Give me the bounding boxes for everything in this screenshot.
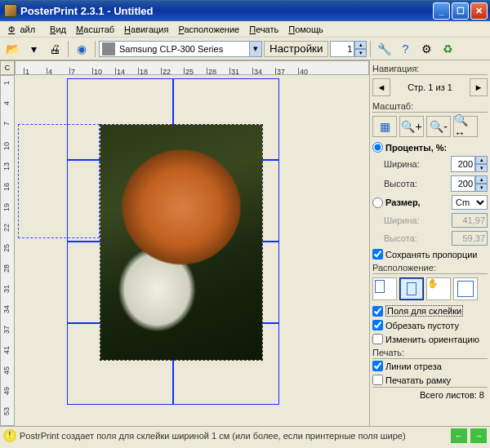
app-icon [4, 4, 17, 17]
ruler-tick: 28 [2, 264, 11, 273]
ruler-tick: 18 [138, 68, 148, 74]
close-button[interactable]: ✕ [470, 2, 488, 20]
toolbar-icon-2[interactable]: ⚙ [416, 40, 436, 58]
percent-radio[interactable] [372, 142, 383, 153]
width-input[interactable] [451, 156, 475, 172]
align-hand-button[interactable]: ✋ [426, 277, 451, 300]
chevron-down-icon[interactable]: ▾ [249, 42, 261, 56]
menu-view[interactable]: Вид [45, 23, 71, 36]
spin-down-icon[interactable]: ▾ [475, 184, 488, 192]
status-prev-button[interactable]: ← [451, 428, 467, 443]
ruler-tick: 49 [2, 387, 11, 395]
nav-panel-title: Навигация: [372, 62, 488, 75]
menu-nav[interactable]: Навигация [119, 23, 173, 36]
spin-up-icon[interactable]: ▴ [354, 41, 367, 49]
toolbar-icon-3[interactable]: ♻ [438, 40, 457, 58]
separator [95, 41, 96, 57]
orient-label: Изменить ориентацию [385, 335, 479, 344]
ruler-tick: 7 [2, 122, 11, 126]
ruler-tick: 22 [2, 224, 11, 232]
ruler-tick: 4 [47, 68, 52, 74]
ruler-tick: 25 [184, 68, 194, 74]
maximize-button[interactable]: ☐ [452, 2, 469, 20]
sidebar: Навигация: ◄ Стр. 1 из 1 ► Масштаб: ▦ 🔍+… [369, 60, 490, 426]
menu-print[interactable]: Печать [244, 23, 283, 36]
spin-up-icon[interactable]: ▴ [475, 175, 488, 184]
help-icon[interactable]: ? [395, 40, 415, 58]
layout-panel-title: Расположение: [372, 261, 488, 274]
canvas-area[interactable]: C 14710141822252831343740 14710131619222… [0, 60, 369, 426]
ruler-tick: 34 [252, 68, 262, 74]
size-width-label: Ширина: [384, 215, 420, 225]
print-panel-title: Печать: [372, 346, 488, 359]
copies-input[interactable] [330, 41, 354, 57]
prev-page-button[interactable]: ◄ [372, 78, 390, 96]
trim-label: Обрезать пустоту [385, 321, 459, 330]
status-bar: ! PostrPrint создает поля для склейки ши… [0, 426, 490, 444]
spin-down-icon[interactable]: ▾ [475, 164, 488, 172]
frame-label: Печатать рамку [385, 375, 451, 385]
ruler-tick: 40 [298, 68, 308, 74]
ruler-corner: C [0, 60, 15, 75]
size-label: Размер, [385, 197, 421, 207]
copies-spinbox[interactable]: ▴▾ [330, 41, 367, 57]
printer-name: Samsung CLP-300 Series [118, 44, 249, 54]
ruler-tick: 10 [92, 68, 102, 74]
toolbar: 📂 ▾ 🖨 ◉ Samsung CLP-300 Series ▾ Настрой… [0, 38, 490, 60]
toolbar-icon-1[interactable]: 🔧 [374, 40, 394, 58]
theme-button[interactable]: ◉ [72, 40, 91, 58]
separator [68, 41, 69, 57]
orient-checkbox[interactable] [372, 334, 383, 344]
unit-select[interactable]: Cm [452, 195, 488, 210]
spin-up-icon[interactable]: ▴ [475, 156, 488, 164]
horizontal-ruler: 14710141822252831343740 [15, 60, 369, 75]
ruler-tick: 1 [24, 68, 29, 74]
total-sheets-label: Всего листов: 8 [372, 387, 488, 402]
zoom-fit-button[interactable]: 🔍↔ [453, 116, 478, 137]
status-text: PostrPrint создает поля для склейки шири… [20, 431, 448, 441]
height-label: Высота: [384, 179, 417, 189]
status-next-button[interactable]: → [470, 428, 487, 443]
ruler-tick: 10 [2, 142, 11, 150]
menu-help[interactable]: Помощь [283, 23, 328, 36]
poster-image[interactable] [100, 124, 263, 361]
printer-settings-button[interactable]: Настройки [264, 41, 328, 57]
print-button[interactable]: 🖨 [45, 40, 65, 58]
minimize-button[interactable]: _ [433, 2, 450, 20]
menu-file[interactable]: Файл [3, 23, 45, 36]
frame-checkbox[interactable] [372, 375, 383, 385]
open-button[interactable]: 📂 [2, 40, 22, 58]
ruler-tick: 1 [2, 81, 11, 85]
menu-zoom[interactable]: Масштаб [71, 23, 119, 36]
size-width-input [452, 213, 488, 228]
ruler-tick: 37 [275, 68, 285, 74]
ruler-tick: 25 [2, 244, 11, 252]
ruler-tick: 41 [2, 346, 11, 354]
zoom-in-button[interactable]: 🔍+ [399, 116, 424, 137]
align-center-button[interactable] [399, 277, 424, 300]
trim-checkbox[interactable] [372, 320, 383, 330]
ruler-tick: 7 [69, 68, 75, 74]
ruler-tick: 45 [2, 366, 11, 375]
cut-lines-checkbox[interactable] [372, 361, 383, 371]
page-count-label: Стр. 1 из 1 [408, 82, 452, 92]
dropdown-icon[interactable]: ▾ [24, 40, 43, 58]
ruler-tick: 53 [2, 407, 11, 415]
grid-view-button[interactable]: ▦ [372, 116, 397, 137]
next-page-button[interactable]: ► [470, 78, 488, 96]
ruler-tick: 4 [2, 101, 11, 105]
zoom-out-button[interactable]: 🔍- [426, 116, 451, 137]
printer-select[interactable]: Samsung CLP-300 Series ▾ [99, 41, 262, 57]
size-radio[interactable] [372, 197, 383, 208]
glue-checkbox[interactable] [372, 306, 383, 317]
align-stretch-button[interactable] [453, 277, 478, 300]
glue-label: Поля для склейки [385, 305, 463, 317]
width-label: Ширина: [384, 159, 420, 169]
align-topleft-button[interactable] [372, 277, 397, 300]
keep-proportions-checkbox[interactable] [372, 249, 383, 259]
menu-layout[interactable]: Расположение [173, 23, 244, 36]
height-input[interactable] [451, 175, 475, 192]
ruler-tick: 14 [115, 68, 125, 74]
cut-lines-label: Линии отреза [385, 362, 442, 371]
spin-down-icon[interactable]: ▾ [354, 49, 367, 57]
